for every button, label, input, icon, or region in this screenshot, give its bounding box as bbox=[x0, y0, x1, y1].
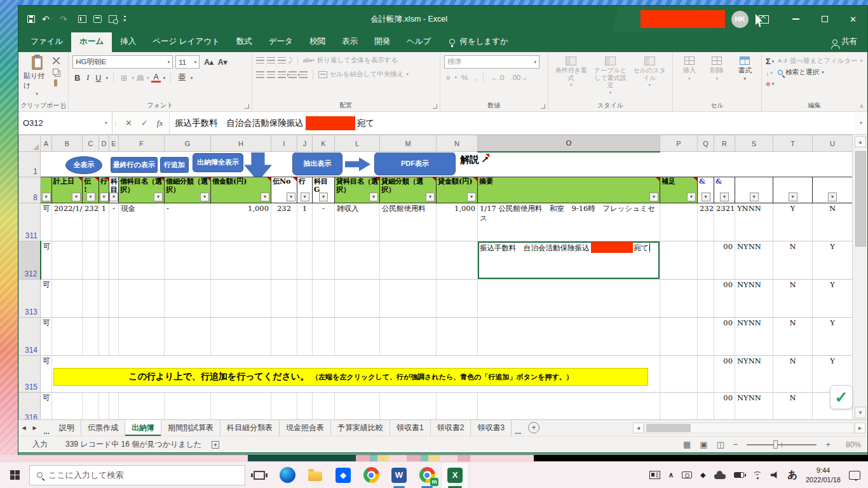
filter-dropdown-R[interactable]: ▾ bbox=[720, 193, 729, 201]
align-center-icon[interactable] bbox=[267, 71, 275, 78]
filter-header-貸金額(円)[interactable]: 貸金額(円)▾ bbox=[437, 177, 478, 203]
row-header-316[interactable]: 316 bbox=[19, 392, 41, 419]
cell-T313[interactable]: N bbox=[773, 279, 813, 317]
filter-header-T[interactable]: ▾ bbox=[773, 177, 813, 203]
column-header-R[interactable]: R bbox=[714, 135, 735, 152]
sheet-tab-領収書3[interactable]: 領収書3 bbox=[471, 420, 512, 436]
insert-function-icon[interactable]: fx bbox=[157, 118, 163, 128]
sheet-tab-伝票作成[interactable]: 伝票作成 bbox=[81, 420, 125, 436]
cell-S312[interactable]: NYNN bbox=[735, 241, 773, 279]
comma-icon[interactable]: , bbox=[474, 74, 476, 81]
column-header-Q[interactable]: Q bbox=[698, 135, 714, 152]
fill-color-icon[interactable] bbox=[137, 75, 144, 81]
green-checkmark-shape[interactable]: ✓ bbox=[830, 385, 853, 409]
fill-icon[interactable]: ↓ bbox=[766, 69, 770, 77]
cell-K314[interactable] bbox=[313, 317, 335, 355]
cell-Q314[interactable] bbox=[698, 317, 714, 355]
column-header-F[interactable]: F bbox=[119, 135, 165, 152]
cell-D312[interactable] bbox=[99, 241, 109, 279]
ribbon-tab-ホーム[interactable]: ホーム bbox=[71, 32, 112, 52]
minimize-button[interactable] bbox=[782, 6, 810, 32]
cell-M314[interactable] bbox=[380, 317, 437, 355]
filter-dropdown-I[interactable]: ▾ bbox=[287, 193, 295, 201]
cell-K313[interactable] bbox=[313, 279, 335, 317]
cell-J313[interactable] bbox=[297, 279, 313, 317]
wifi-icon[interactable] bbox=[752, 471, 763, 479]
cell-D311[interactable]: 1 bbox=[99, 203, 109, 241]
cell-S314[interactable]: NYNN bbox=[735, 317, 773, 355]
ribbon-tab-挿入[interactable]: 挿入 bbox=[112, 32, 144, 52]
dialog-launcher-icon[interactable] bbox=[541, 104, 545, 109]
file-explorer-button[interactable] bbox=[301, 462, 329, 488]
decrease-indent-icon[interactable] bbox=[288, 71, 297, 78]
horizontal-scrollbar-thumb[interactable] bbox=[646, 424, 691, 432]
dialog-launcher-icon[interactable] bbox=[433, 104, 437, 109]
row-header-315[interactable]: 315 bbox=[19, 355, 41, 392]
filter-dropdown-K[interactable]: ▾ bbox=[319, 193, 328, 201]
chrome-button[interactable] bbox=[357, 462, 385, 488]
cell-O312[interactable]: 振込手数料 自治会活動保険振込宛て bbox=[478, 241, 660, 279]
paste-button[interactable]: 貼り付け ▾ bbox=[24, 56, 50, 97]
filter-header-摘要[interactable]: 摘要▾ bbox=[478, 177, 660, 203]
cell-H314[interactable] bbox=[211, 317, 271, 355]
cell-I314[interactable] bbox=[271, 317, 297, 355]
dialog-launcher-icon[interactable] bbox=[245, 104, 249, 109]
cell-C311[interactable]: 232 bbox=[83, 203, 99, 241]
number-format-select[interactable]: 標準▾ bbox=[444, 55, 539, 69]
column-header-J[interactable]: J bbox=[297, 135, 313, 152]
cell-F311[interactable]: 現金 bbox=[119, 203, 165, 241]
zoom-slider[interactable] bbox=[747, 444, 817, 445]
cell-E311[interactable]: - bbox=[109, 203, 119, 241]
format-button[interactable]: 書式 ▾ bbox=[732, 55, 757, 81]
cell-S311[interactable]: YNNN bbox=[735, 203, 773, 241]
notification-center-icon[interactable] bbox=[849, 471, 860, 480]
cell-O313[interactable] bbox=[478, 279, 660, 317]
phonetic-guide-icon[interactable]: 亜 bbox=[176, 72, 188, 83]
cell-N316[interactable] bbox=[437, 392, 478, 419]
dropbox-button[interactable]: ◆ bbox=[329, 462, 357, 488]
chevron-down-icon[interactable]: ▾ bbox=[534, 60, 536, 65]
filter-header-借細分類（選択）[interactable]: 借細分類（選択）▾ bbox=[165, 177, 211, 203]
filter-header-行[interactable]: 行▾ bbox=[297, 177, 313, 203]
chevron-down-icon[interactable]: ▾ bbox=[147, 76, 149, 81]
font-size-select[interactable]: 11▾ bbox=[175, 55, 200, 69]
row-header-313[interactable]: 313 bbox=[19, 279, 41, 317]
filter-header-S[interactable]: ▾ bbox=[735, 177, 773, 203]
cell-T314[interactable]: N bbox=[773, 317, 813, 355]
cell-A311[interactable]: 可 bbox=[41, 203, 52, 241]
column-header-S[interactable]: S bbox=[735, 135, 773, 152]
column-header-G[interactable]: G bbox=[165, 135, 211, 152]
sheet-button-行追加[interactable]: 行追加 bbox=[160, 157, 189, 173]
filter-header-補足[interactable]: 補足▾ bbox=[660, 177, 698, 203]
cell-G311[interactable]: - bbox=[165, 203, 211, 241]
filter-header-計上日[interactable]: 計上日▾ bbox=[52, 177, 83, 203]
cell-M312[interactable] bbox=[380, 241, 437, 279]
cell-B314[interactable] bbox=[52, 317, 83, 355]
filter-dropdown-S[interactable]: ▾ bbox=[750, 193, 759, 201]
cell-S315[interactable]: NYNN bbox=[735, 355, 773, 392]
sheet-button-PDF表示[interactable]: PDF表示 bbox=[374, 152, 456, 175]
cell-G316[interactable] bbox=[165, 392, 211, 419]
column-header-A[interactable]: A bbox=[41, 135, 52, 152]
cell-N314[interactable] bbox=[437, 317, 478, 355]
cell-A316[interactable]: 可 bbox=[41, 392, 52, 419]
cell-J316[interactable] bbox=[297, 392, 313, 419]
column-header-T[interactable]: T bbox=[773, 135, 813, 152]
orientation-icon[interactable]: ⤸ bbox=[288, 57, 292, 64]
row-header-311[interactable]: 311 bbox=[19, 203, 41, 241]
column-header-I[interactable]: I bbox=[271, 135, 297, 152]
cell-K312[interactable] bbox=[313, 241, 335, 279]
cell-R311[interactable]: 2321 bbox=[714, 203, 735, 241]
filter-dropdown-A[interactable]: ▾ bbox=[42, 193, 51, 201]
cell-B311[interactable]: 2022/1/18 bbox=[52, 203, 83, 241]
filter-header-A[interactable]: ▾ bbox=[41, 177, 52, 203]
ribbon-tab-ファイル[interactable]: ファイル bbox=[22, 32, 71, 52]
cell-Q316[interactable] bbox=[698, 392, 714, 419]
cell-R313[interactable]: 00 bbox=[714, 279, 735, 317]
more-tabs-right[interactable]: ... bbox=[512, 420, 524, 436]
task-view-button[interactable] bbox=[245, 462, 273, 488]
sheet-tab-領収書1[interactable]: 領収書1 bbox=[390, 420, 431, 436]
filter-dropdown-Q[interactable]: ▾ bbox=[702, 193, 710, 201]
filter-header-&[interactable]: &▾ bbox=[698, 177, 714, 203]
ime-indicator[interactable]: あ bbox=[788, 469, 797, 481]
